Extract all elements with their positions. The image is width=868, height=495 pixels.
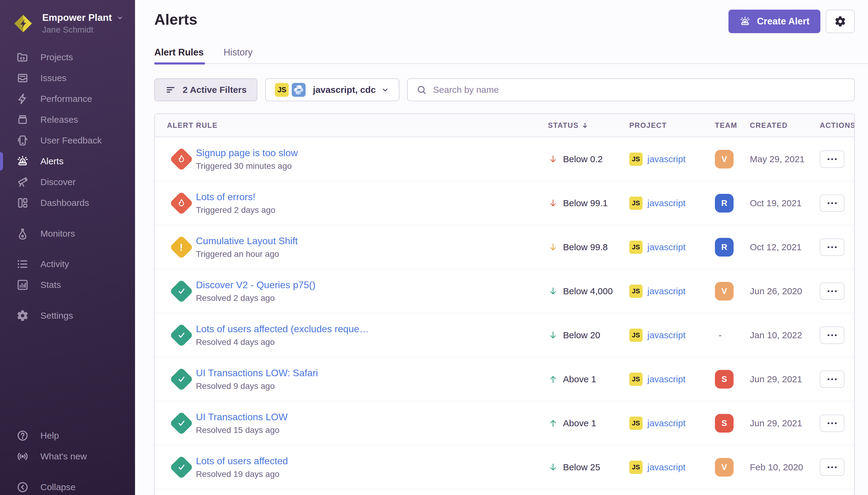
org-switcher[interactable]: Empower Plant Jane Schmidt: [0, 0, 135, 35]
alert-rule-title[interactable]: Lots of errors!: [196, 191, 276, 203]
project-link[interactable]: javascript: [647, 286, 685, 296]
table-header-row: Alert Rule Status Project Team Created A…: [155, 114, 854, 137]
chevron-down-icon: [381, 85, 390, 95]
column-header-project[interactable]: Project: [629, 121, 715, 130]
sidebar-item-discover[interactable]: Discover: [0, 172, 135, 192]
sidebar-item-settings[interactable]: Settings: [0, 305, 135, 326]
column-header-actions: Actions: [820, 121, 854, 130]
sidebar-item-label: User Feedback: [40, 135, 102, 146]
flame-icon: [176, 198, 187, 208]
column-header-team[interactable]: Team: [715, 121, 750, 130]
sidebar-item-issues[interactable]: Issues: [0, 68, 135, 88]
column-header-created[interactable]: Created: [750, 121, 820, 130]
active-filters-button[interactable]: 2 Active Filters: [154, 79, 257, 101]
project-link[interactable]: javascript: [647, 330, 685, 340]
javascript-platform-icon: JS: [629, 416, 643, 430]
team-empty: -: [715, 329, 722, 340]
tab-history[interactable]: History: [224, 47, 254, 64]
sidebar-item-dashboards[interactable]: Dashboards: [0, 192, 135, 213]
row-actions-button[interactable]: [820, 326, 845, 344]
collapse-icon: [16, 481, 29, 494]
column-header-status[interactable]: Status: [548, 121, 629, 130]
team-avatar[interactable]: V: [715, 150, 733, 169]
project-link[interactable]: javascript: [647, 154, 685, 164]
created-date: Oct 19, 2021: [750, 198, 820, 208]
create-alert-button[interactable]: Create Alert: [728, 10, 820, 33]
sidebar-item-stats[interactable]: Stats: [0, 274, 135, 295]
sidebar-item-performance[interactable]: Performance: [0, 88, 135, 109]
project-cell: JSjavascript: [629, 197, 715, 210]
team-cell: V: [715, 458, 750, 477]
alert-rule-cell: Discover V2 - Queries p75()Resolved 2 da…: [155, 279, 548, 303]
alert-rule-subtitle: Resolved 19 days ago: [196, 470, 288, 479]
sidebar-item-releases[interactable]: Releases: [0, 109, 135, 130]
help-icon: [16, 429, 29, 442]
sidebar-item-alerts[interactable]: Alerts: [0, 151, 135, 172]
row-actions-button[interactable]: [820, 238, 845, 256]
team-cell: -: [715, 329, 750, 341]
row-actions-button[interactable]: [820, 414, 845, 432]
team-cell: R: [715, 238, 750, 257]
issues-icon: [16, 72, 29, 84]
project-link[interactable]: javascript: [647, 462, 685, 472]
sidebar-item-projects[interactable]: Projects: [0, 47, 135, 68]
team-avatar[interactable]: V: [715, 458, 733, 477]
sidebar-item-help[interactable]: Help: [0, 425, 135, 446]
row-actions-button[interactable]: [820, 194, 845, 212]
row-actions-button[interactable]: [820, 459, 845, 476]
sidebar-item-monitors[interactable]: Monitors: [0, 223, 135, 244]
performance-icon: [16, 92, 29, 105]
team-avatar[interactable]: S: [715, 414, 733, 432]
created-date: May 29, 2021: [750, 154, 820, 164]
alert-rule-title[interactable]: Lots of users affected (excludes reque…: [196, 323, 369, 335]
actions-cell: [820, 414, 854, 432]
row-actions-button[interactable]: [820, 283, 845, 300]
javascript-platform-icon: JS: [629, 373, 643, 386]
sidebar-item-label: Stats: [40, 280, 61, 290]
alert-rule-title[interactable]: Cumulative Layout Shift: [196, 236, 298, 246]
status-cell: Below 0.2: [548, 154, 629, 164]
project-link[interactable]: javascript: [647, 242, 685, 252]
header-actions: Create Alert: [728, 10, 855, 33]
column-header-alert-rule[interactable]: Alert Rule: [155, 121, 548, 130]
alert-rule-title[interactable]: UI Transactions LOW: [196, 411, 288, 423]
sidebar-item-label: Issues: [40, 73, 67, 83]
sidebar-item-label: Collapse: [40, 482, 76, 492]
sidebar-item-label: Releases: [40, 115, 78, 125]
sidebar-footer: HelpWhat's new Collapse: [0, 425, 135, 495]
sidebar-item-what-s-new[interactable]: What's new: [0, 446, 135, 467]
tab-alert-rules[interactable]: Alert Rules: [154, 47, 205, 64]
alert-rule-title[interactable]: Signup page is too slow: [196, 148, 298, 158]
sidebar-item-label: Monitors: [40, 228, 75, 239]
alert-rule-title[interactable]: Lots of users affected: [196, 456, 288, 467]
created-date: Jun 29, 2021: [750, 374, 820, 385]
row-actions-button[interactable]: [820, 371, 845, 388]
alerts-settings-button[interactable]: [826, 10, 855, 33]
project-link[interactable]: javascript: [647, 198, 685, 208]
search-input[interactable]: [433, 85, 846, 95]
created-date: Jan 10, 2022: [750, 330, 820, 340]
alert-rule-title[interactable]: UI Transactions LOW: Safari: [196, 368, 318, 379]
javascript-platform-icon: JS: [629, 461, 643, 474]
org-logo-icon: [13, 14, 33, 33]
alert-rule-title[interactable]: Discover V2 - Queries p75(): [196, 279, 315, 291]
sidebar-item-user-feedback[interactable]: User Feedback: [0, 130, 135, 151]
team-avatar[interactable]: V: [715, 282, 733, 301]
table-row: Discover V2 - Queries p75()Resolved 2 da…: [155, 269, 854, 313]
alert-rule-text: Signup page is too slowTriggered 30 minu…: [196, 148, 307, 171]
javascript-platform-icon: JS: [275, 83, 289, 97]
row-actions-button[interactable]: [820, 150, 845, 168]
team-avatar[interactable]: R: [715, 194, 733, 212]
team-avatar[interactable]: S: [715, 370, 733, 389]
actions-cell: [820, 150, 854, 168]
project-filter-dropdown[interactable]: JS javascript, cdc: [265, 79, 399, 101]
discover-icon: [16, 176, 29, 188]
sidebar-nav-main: ProjectsIssuesPerformanceReleasesUser Fe…: [0, 47, 135, 213]
project-link[interactable]: javascript: [647, 418, 685, 428]
team-avatar[interactable]: R: [715, 238, 733, 257]
alert-rule-subtitle: Resolved 2 days ago: [196, 293, 315, 303]
project-link[interactable]: javascript: [647, 374, 685, 385]
sidebar-item-collapse[interactable]: Collapse: [0, 477, 135, 495]
sidebar-item-activity[interactable]: Activity: [0, 254, 135, 274]
search-box: [407, 79, 855, 101]
